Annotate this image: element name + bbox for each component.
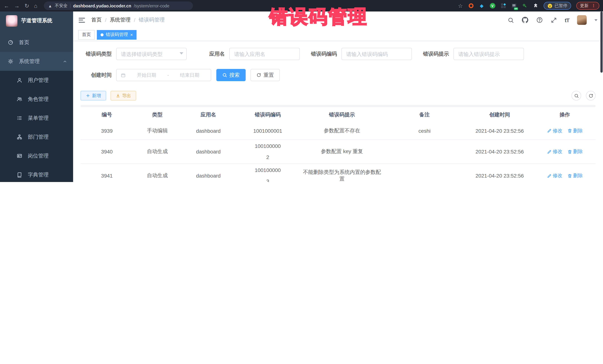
logo-avatar <box>6 15 17 26</box>
delete-label: 删除 <box>573 127 583 134</box>
tab[interactable]: 首页 <box>78 30 95 39</box>
delete-icon <box>567 173 572 178</box>
page-scrollbar[interactable] <box>600 11 603 73</box>
bookmark-star-icon[interactable]: ☆ <box>458 3 463 9</box>
chevron-up-icon <box>63 59 67 64</box>
delete-label: 删除 <box>573 148 583 155</box>
refresh-table-button[interactable] <box>586 91 596 100</box>
annotation-stamp: 错误码管理 <box>269 4 368 29</box>
start-date-placeholder: 开始日期 <box>129 72 164 78</box>
dashboard-icon <box>8 40 13 45</box>
sidebar-item[interactable]: 角色管理 <box>0 90 73 109</box>
sidebar-item[interactable]: 部门管理 <box>0 128 73 146</box>
kebab-menu-icon[interactable]: ⋮ <box>591 3 596 8</box>
sidebar-item[interactable]: 首页 <box>0 33 73 52</box>
tab[interactable]: 错误码管理× <box>97 30 137 39</box>
sidebar-item[interactable]: 用户管理 <box>0 71 73 90</box>
sidebar-item[interactable]: 菜单管理 <box>0 109 73 128</box>
breadcrumb-item[interactable]: 首页 <box>91 17 102 23</box>
update-button[interactable]: 更新 ⋮ <box>576 2 599 10</box>
paused-label: 已暂停 <box>555 3 567 9</box>
url-path: /system/error-code <box>134 3 169 8</box>
column-header: 错误码编码 <box>235 111 300 118</box>
breadcrumb-item[interactable]: 系统管理 <box>110 17 131 23</box>
profile-paused-badge[interactable]: 已暂停 <box>544 2 571 10</box>
row-hint: 参数配置 key 重复 <box>300 148 384 155</box>
close-icon[interactable]: × <box>130 33 133 37</box>
error-type-select-input[interactable] <box>116 48 187 60</box>
hamburger-icon[interactable] <box>79 18 85 22</box>
row-actions: 修改删除 <box>534 148 596 155</box>
breadcrumb: 首页/系统管理/错误码管理 <box>91 17 165 23</box>
edit-label: 修改 <box>553 172 562 179</box>
update-label: 更新 <box>580 3 589 9</box>
plus-icon <box>86 93 90 98</box>
edit-link[interactable]: 修改 <box>547 148 562 155</box>
help-icon[interactable] <box>536 17 543 23</box>
export-button[interactable]: 导出 <box>111 91 136 100</box>
row-app: dashboard <box>181 128 235 134</box>
error-code-input[interactable] <box>341 48 412 60</box>
breadcrumb-separator: / <box>134 17 135 23</box>
error-type-select[interactable] <box>116 48 187 60</box>
end-date-placeholder: 结束日期 <box>173 72 207 78</box>
extension-key-icon[interactable] <box>522 3 527 9</box>
avatar-emoji-icon <box>547 3 552 8</box>
fullscreen-icon[interactable] <box>551 17 557 23</box>
table-top-divider <box>81 105 596 107</box>
error-hint-label: 错误码提示 <box>423 51 453 57</box>
header-search-icon[interactable] <box>508 17 514 23</box>
add-button[interactable]: 新增 <box>81 91 106 100</box>
reload-icon[interactable]: ↻ <box>24 3 29 9</box>
forward-icon[interactable]: → <box>14 3 20 9</box>
edit-icon <box>547 149 552 154</box>
home-icon[interactable]: ⌂ <box>34 3 37 9</box>
row-actions: 修改删除 <box>534 172 596 179</box>
error-hint-input[interactable] <box>453 48 524 60</box>
row-app: dashboard <box>181 173 235 179</box>
sidebar-item[interactable]: 岗位管理 <box>0 146 73 165</box>
extension-orange-icon[interactable] <box>468 3 474 9</box>
show-search-button[interactable] <box>571 91 581 100</box>
extension-puzzle-icon[interactable] <box>533 3 538 9</box>
column-header: 编号 <box>81 111 133 118</box>
edit-link[interactable]: 修改 <box>547 127 562 134</box>
extension-gem-icon[interactable]: ◆ <box>479 3 485 9</box>
delete-link[interactable]: 删除 <box>567 127 583 134</box>
text-size-icon[interactable]: tT <box>565 17 569 23</box>
role-icon <box>17 96 22 102</box>
user-avatar[interactable] <box>577 15 587 25</box>
user-menu-caret-icon[interactable] <box>594 19 597 21</box>
org-tree-icon <box>17 134 22 140</box>
address-bar[interactable]: ▲ 不安全 dashboard.yudao.iocoder.cn/system/… <box>44 1 193 10</box>
breadcrumb-separator: / <box>105 17 106 23</box>
row-remark: ceshi <box>384 128 465 134</box>
extension-grid-icon[interactable] <box>500 3 506 9</box>
delete-label: 删除 <box>573 172 583 179</box>
not-secure-icon: ▲ <box>48 3 52 8</box>
sidebar-item[interactable]: 字典管理 <box>0 165 73 182</box>
error-type-label: 错误码类型 <box>81 51 116 57</box>
back-icon[interactable]: ← <box>4 3 9 9</box>
extension-list-icon[interactable]: on <box>511 3 517 9</box>
delete-link[interactable]: 删除 <box>567 148 583 155</box>
row-type: 自动生成 <box>133 148 181 155</box>
reset-button[interactable]: 重置 <box>251 69 280 81</box>
date-range-picker[interactable]: 开始日期 - 结束日期 <box>116 69 211 81</box>
search-icon <box>222 73 227 77</box>
edit-label: 修改 <box>553 148 562 155</box>
create-time-label: 创建时间 <box>81 72 116 78</box>
delete-link[interactable]: 删除 <box>567 172 583 179</box>
column-header: 类型 <box>133 111 181 118</box>
sidebar-item[interactable]: 系统管理 <box>0 52 73 71</box>
refresh-icon <box>588 93 593 98</box>
delete-icon <box>567 149 572 154</box>
search-button[interactable]: 搜索 <box>216 69 246 81</box>
app-name-input[interactable] <box>229 48 300 60</box>
search-icon <box>574 93 579 98</box>
extension-green-icon[interactable]: V <box>490 3 495 9</box>
edit-link[interactable]: 修改 <box>547 172 562 179</box>
github-icon[interactable] <box>522 17 528 23</box>
app-logo[interactable]: 芋道管理系统 <box>0 11 73 30</box>
table-row: 3941自动生成dashboard100100000 3不能删除类型为系统内置的… <box>81 164 596 182</box>
